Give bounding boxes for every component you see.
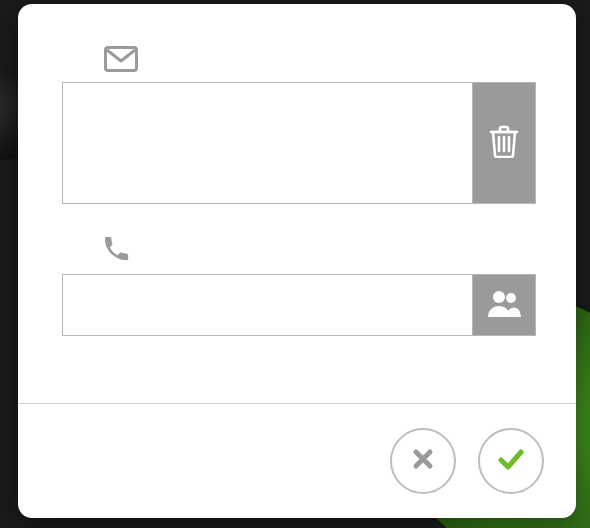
email-field-group [62, 46, 536, 204]
email-input-row [62, 82, 536, 204]
phone-field-group [62, 234, 536, 336]
confirm-button[interactable] [478, 428, 544, 494]
cancel-button[interactable] [390, 428, 456, 494]
svg-point-2 [506, 293, 516, 303]
people-icon [486, 289, 522, 321]
phone-icon [104, 234, 536, 268]
select-contact-button[interactable] [472, 275, 535, 335]
contact-form-modal [18, 4, 576, 518]
phone-input-row [62, 274, 536, 336]
check-icon [498, 448, 524, 474]
svg-point-1 [493, 291, 505, 303]
form-area [18, 4, 576, 403]
delete-email-button[interactable] [472, 83, 535, 203]
envelope-icon [104, 46, 536, 76]
close-icon [412, 448, 434, 474]
email-input[interactable] [63, 83, 472, 203]
modal-footer [18, 403, 576, 518]
trash-icon [489, 124, 519, 162]
phone-input[interactable] [63, 275, 472, 335]
